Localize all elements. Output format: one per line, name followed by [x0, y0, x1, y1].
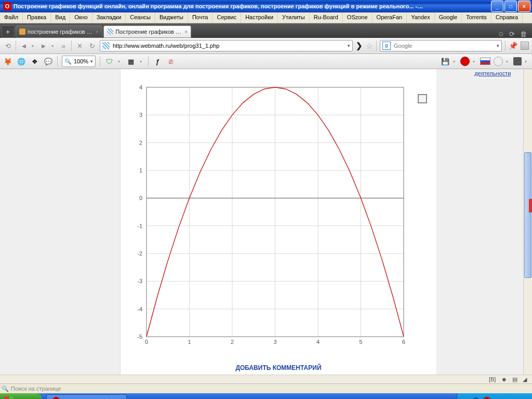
- plugin1-icon[interactable]: ⎚: [166, 57, 176, 66]
- system-tray: EN ‹ 🖥 📼 20:13: [457, 393, 532, 399]
- bookmark-button[interactable]: ☆: [366, 41, 373, 51]
- menu-item[interactable]: Справка: [491, 12, 523, 23]
- horizontal-scrollbar[interactable]: [B] ☻ ▤ ◢: [0, 375, 532, 383]
- menu-item[interactable]: Виджеты: [155, 12, 188, 23]
- menu-item[interactable]: Настройки: [241, 12, 278, 23]
- new-tab-button[interactable]: +: [1, 25, 15, 38]
- page-right-margin: [436, 69, 523, 375]
- search-box[interactable]: g ▾: [380, 40, 502, 51]
- smiley-icon[interactable]: ☻: [501, 376, 507, 382]
- language-flag-icon[interactable]: [480, 58, 490, 65]
- tab-inactive[interactable]: построение графиков … ×: [16, 25, 102, 38]
- svg-text:-2: -2: [137, 250, 142, 257]
- url-history-dropdown[interactable]: ▾: [348, 43, 350, 48]
- globe-icon[interactable]: 🌐: [17, 57, 26, 66]
- go-button[interactable]: ❯: [356, 41, 363, 50]
- tab-favicon-icon: [107, 29, 113, 35]
- menu-item[interactable]: Файл: [0, 12, 23, 23]
- svg-text:5: 5: [359, 339, 362, 345]
- menu-item[interactable]: Сеансы: [126, 12, 155, 23]
- reload-button[interactable]: ↻: [87, 41, 97, 50]
- save-page-icon[interactable]: 💾: [441, 57, 450, 66]
- menu-item[interactable]: Окно: [70, 12, 92, 23]
- find-placeholder[interactable]: Поиск на странице: [11, 385, 530, 392]
- firefox-icon[interactable]: 🦊: [3, 57, 12, 66]
- start-button[interactable]: пуск: [0, 393, 42, 399]
- shield-icon[interactable]: 🛡: [104, 57, 114, 66]
- windows-flag-icon: [4, 396, 14, 399]
- menu-item[interactable]: Вид: [51, 12, 70, 23]
- menu-item[interactable]: Yandex: [407, 12, 435, 23]
- opera-light-icon[interactable]: [494, 57, 503, 66]
- opera-task-icon: [52, 397, 60, 399]
- scrollbar-thumb[interactable]: [524, 152, 531, 278]
- pin-icon[interactable]: 📌: [509, 42, 517, 50]
- window-close-button[interactable]: ×: [518, 1, 530, 12]
- menu-item[interactable]: Google: [435, 12, 462, 23]
- menu-item[interactable]: Закладки: [92, 12, 126, 23]
- wand-icon[interactable]: ƒ: [153, 57, 162, 66]
- zoom-value: 100%: [74, 58, 88, 64]
- svg-text:3: 3: [139, 112, 142, 118]
- stop-button[interactable]: ✕: [75, 41, 84, 50]
- menu-item[interactable]: Почта: [188, 12, 213, 23]
- vertical-scrollbar[interactable]: [523, 69, 532, 375]
- page-content: деятельности 0123456-5-4-3-2-101234 ДОБА…: [0, 69, 532, 375]
- sync-icon[interactable]: ⟳: [509, 30, 515, 38]
- fast-forward-button[interactable]: »: [59, 41, 68, 50]
- menu-item[interactable]: Утилиты: [278, 12, 310, 23]
- side-link[interactable]: деятельности: [474, 69, 517, 76]
- zoom-control[interactable]: 🔍 100% ▾: [62, 56, 96, 67]
- menu-item[interactable]: OSzone: [343, 12, 373, 23]
- trash-icon[interactable]: 🗑: [520, 30, 527, 38]
- svg-text:1: 1: [188, 339, 191, 345]
- menu-item[interactable]: Torrents: [462, 12, 491, 23]
- magnifier-icon: 🔍: [64, 58, 72, 65]
- bold-indicator[interactable]: [B]: [489, 376, 496, 382]
- tab-close-icon[interactable]: ×: [184, 29, 188, 35]
- corner-icon: ◢: [523, 376, 527, 383]
- menu-item[interactable]: OperaFan: [373, 12, 407, 23]
- tab-active[interactable]: Построение графиков … ×: [103, 25, 191, 38]
- tray-opera-icon[interactable]: [483, 397, 491, 399]
- printer-icon[interactable]: [513, 57, 522, 65]
- tab-close-icon[interactable]: ×: [96, 29, 99, 35]
- url-input[interactable]: [112, 42, 348, 49]
- menu-item[interactable]: Ru-Board: [310, 12, 343, 23]
- address-bar[interactable]: ▾: [100, 40, 353, 51]
- forward-history-dropdown[interactable]: ▾: [51, 44, 56, 48]
- chart-container: деятельности 0123456-5-4-3-2-101234 ДОБА…: [121, 69, 437, 375]
- forward-button[interactable]: ►: [39, 41, 48, 50]
- chart-legend-checkbox[interactable]: [418, 94, 427, 103]
- opera-menu-icon[interactable]: [460, 57, 470, 66]
- back-button[interactable]: ◄: [19, 41, 29, 50]
- zoom-dropdown[interactable]: ▾: [90, 59, 93, 64]
- menu-bar: ФайлПравкаВидОкноЗакладкиСеансыВиджетыПо…: [0, 12, 532, 23]
- svg-text:-1: -1: [137, 223, 142, 229]
- rewind-button[interactable]: ⟲: [3, 41, 12, 50]
- back-history-dropdown[interactable]: ▾: [32, 44, 36, 48]
- list-icon[interactable]: ▦: [126, 57, 136, 66]
- chat-icon[interactable]: 💬: [44, 57, 53, 66]
- search-engine-icon[interactable]: g: [382, 42, 391, 50]
- windows-icon[interactable]: ❖: [30, 57, 39, 66]
- site-favicon-icon: [102, 42, 110, 49]
- bookmark-star-icon[interactable]: ✩: [498, 30, 504, 38]
- search-dropdown[interactable]: ▾: [497, 43, 499, 48]
- menu-item[interactable]: Сервис: [212, 12, 241, 23]
- svg-text:1: 1: [139, 167, 142, 174]
- search-input[interactable]: [393, 42, 497, 49]
- svg-text:-4: -4: [137, 306, 142, 312]
- find-bar: 🔍 Поиск на странице: [0, 383, 532, 393]
- notes-icon[interactable]: [521, 42, 529, 50]
- start-label: пуск: [17, 397, 34, 400]
- taskbar-app-button[interactable]: Построение график…: [46, 394, 127, 399]
- window-maximize-button[interactable]: □: [504, 1, 517, 12]
- doc-icon[interactable]: ▤: [512, 376, 517, 383]
- svg-text:-5: -5: [137, 334, 142, 340]
- window-minimize-button[interactable]: _: [491, 1, 503, 12]
- page-left-margin: [0, 69, 121, 375]
- add-comment-link[interactable]: ДОБАВИТЬ КОММЕНТАРИЙ: [235, 364, 321, 371]
- svg-text:0: 0: [139, 195, 142, 201]
- menu-item[interactable]: Правка: [23, 12, 51, 23]
